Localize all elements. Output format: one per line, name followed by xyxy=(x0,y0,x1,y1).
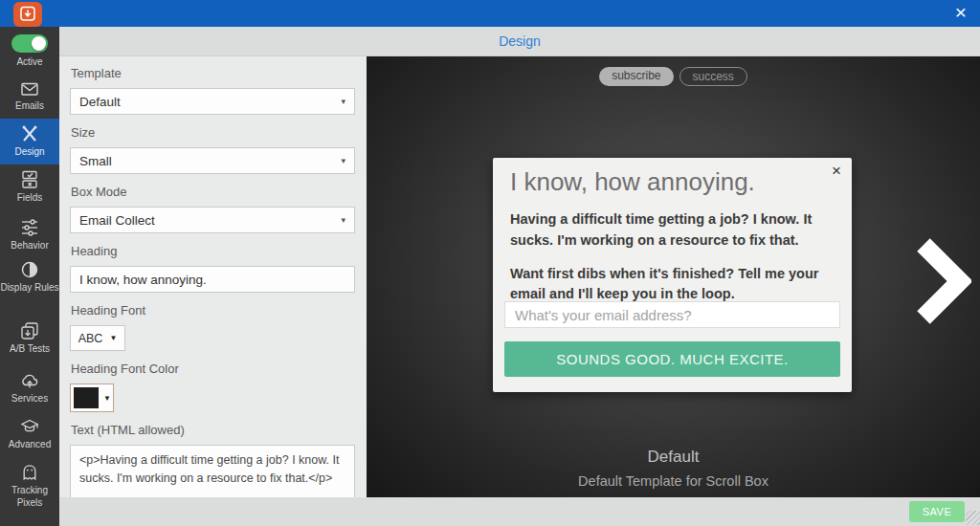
sidebar-item-label: Design xyxy=(14,146,44,157)
sidebar-item-label: Active xyxy=(16,56,42,67)
chevron-down-icon: ▾ xyxy=(341,97,345,106)
sidebar-item-label: Services xyxy=(11,393,48,404)
heading-font-label: Heading Font xyxy=(71,303,367,318)
heading-font-select[interactable]: ABC ▼ xyxy=(70,325,125,351)
modal-paragraph: Want first dibs when it's finished? Tell… xyxy=(510,264,836,306)
heading-font-value: ABC xyxy=(78,332,103,345)
heading-font-color-picker[interactable]: ▼ xyxy=(70,384,114,412)
ghost-icon xyxy=(20,463,39,482)
tab-design[interactable]: Design xyxy=(499,33,541,49)
sidebar-item-tracking-pixels[interactable]: Tracking Pixels xyxy=(0,463,59,509)
envelope-icon xyxy=(20,80,39,98)
sidebar-item-services[interactable]: Services xyxy=(0,371,59,405)
sliders-icon xyxy=(20,218,39,237)
preview-area: subscribe success × I know, how annoying… xyxy=(367,55,980,497)
sidebar-item-label: Advanced xyxy=(9,439,51,449)
sidebar: Active Emails Design Fields xyxy=(0,27,59,526)
modal-email-input[interactable] xyxy=(504,301,840,328)
next-template-arrow[interactable] xyxy=(912,237,971,325)
save-button[interactable]: SAVE xyxy=(909,501,965,522)
scroll-box-modal: × I know, how annoying. Having a difficu… xyxy=(493,158,852,392)
box-down-arrow-icon xyxy=(18,5,37,24)
sidebar-item-fields[interactable]: Fields xyxy=(0,170,59,205)
size-label: Size xyxy=(71,125,367,140)
chevron-down-icon: ▾ xyxy=(341,215,345,225)
heading-input[interactable] xyxy=(70,266,355,293)
chevron-down-icon: ▼ xyxy=(103,394,111,403)
sidebar-item-label: Emails xyxy=(15,100,44,111)
bottom-bar: SAVE xyxy=(59,497,980,526)
sidebar-item-emails[interactable]: Emails xyxy=(0,80,59,113)
template-select[interactable]: Default ▾ xyxy=(70,88,355,115)
sidebar-item-display-rules[interactable]: Display Rules xyxy=(0,260,59,295)
modal-heading: I know, how annoying. xyxy=(510,167,755,197)
sidebar-item-behavior[interactable]: Behavior xyxy=(0,218,59,252)
chevron-right-icon xyxy=(912,237,971,325)
stacked-fields-icon xyxy=(20,170,39,189)
color-swatch xyxy=(74,387,99,408)
chevron-down-icon: ▾ xyxy=(341,156,345,165)
tab-bar: Design xyxy=(59,27,980,56)
sidebar-item-label: Behavior xyxy=(11,240,48,251)
layered-copies-icon xyxy=(20,321,39,340)
modal-paragraph: Having a difficult time getting a job? I… xyxy=(510,209,836,252)
sidebar-item-label: Tracking Pixels xyxy=(11,485,48,508)
modal-subscribe-button[interactable]: SOUNDS GOOD. MUCH EXCITE. xyxy=(504,341,840,377)
modal-close-icon[interactable]: × xyxy=(832,162,841,181)
top-bar: × xyxy=(0,0,980,27)
close-icon[interactable]: × xyxy=(955,0,967,26)
design-settings-panel: Template Default ▾ Size Small ▾ Box Mode… xyxy=(59,56,367,526)
text-html-label: Text (HTML allowed) xyxy=(71,423,367,437)
box-mode-select[interactable]: Email Collect ▾ xyxy=(70,207,355,233)
success-pill[interactable]: success xyxy=(679,67,747,86)
sidebar-item-advanced[interactable]: Advanced xyxy=(0,417,59,451)
template-name: Default xyxy=(367,448,980,467)
graduation-cap-icon xyxy=(20,417,39,436)
preview-state-pills: subscribe success xyxy=(367,67,980,86)
sidebar-item-label: Display Rules xyxy=(0,282,58,293)
sidebar-item-design[interactable]: Design xyxy=(0,119,59,164)
box-mode-select-value: Email Collect xyxy=(79,213,155,228)
sidebar-item-label: Fields xyxy=(17,192,43,203)
active-toggle[interactable] xyxy=(11,34,48,53)
scroll-box-app-icon[interactable] xyxy=(13,2,42,27)
size-select[interactable]: Small ▾ xyxy=(70,147,355,174)
sidebar-item-ab-tests[interactable]: A/B Tests xyxy=(0,321,59,356)
heading-label: Heading xyxy=(71,244,367,258)
template-description: Default Template for Scroll Box xyxy=(367,473,980,489)
chevron-down-icon: ▼ xyxy=(109,334,117,342)
half-circle-icon xyxy=(20,260,39,279)
resize-grip[interactable] xyxy=(966,511,980,525)
heading-font-color-label: Heading Font Color xyxy=(71,362,367,376)
cloud-upload-icon xyxy=(20,371,39,390)
sidebar-item-label: A/B Tests xyxy=(10,343,50,354)
box-mode-label: Box Mode xyxy=(71,185,367,199)
sidebar-item-active[interactable]: Active xyxy=(0,34,59,69)
crossed-pencils-icon xyxy=(20,124,39,143)
size-select-value: Small xyxy=(79,154,112,168)
template-label: Template xyxy=(71,66,367,80)
subscribe-pill[interactable]: subscribe xyxy=(599,67,673,86)
template-select-value: Default xyxy=(79,95,121,109)
